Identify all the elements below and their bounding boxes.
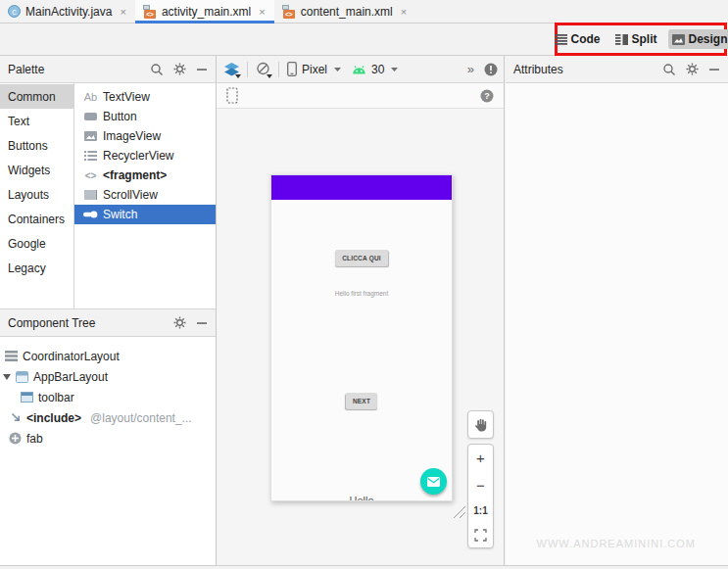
zoom-to-fit-icon[interactable] bbox=[474, 529, 487, 542]
status-strip bbox=[0, 565, 728, 569]
palette-title: Palette bbox=[8, 63, 44, 76]
split-mode-label: Split bbox=[632, 32, 657, 46]
imageview-icon bbox=[83, 131, 98, 141]
fragment-icon: <> bbox=[83, 170, 98, 181]
minimize-icon[interactable] bbox=[708, 64, 720, 75]
design-icon bbox=[672, 34, 685, 45]
tree-item-appbarlayout[interactable]: AppBarLayout bbox=[0, 366, 216, 387]
palette-item-textview[interactable]: Ab TextView bbox=[74, 87, 216, 107]
attributes-title: Attributes bbox=[513, 63, 563, 76]
zoom-out-button[interactable]: − bbox=[476, 478, 485, 493]
search-icon[interactable] bbox=[150, 63, 164, 76]
mode-annotation-red-box: Code Split Design bbox=[555, 23, 727, 56]
code-mode-button[interactable]: Code bbox=[551, 29, 605, 49]
palette-item-imageview[interactable]: ImageView bbox=[74, 126, 216, 146]
chevron-down-icon bbox=[391, 68, 398, 71]
category-legacy[interactable]: Legacy bbox=[0, 256, 73, 280]
design-surface-toolbar: Pixel 30 » bbox=[217, 56, 504, 83]
item-label: Switch bbox=[103, 208, 137, 221]
design-surface: Pixel 30 » ? CLICCA QUI Hello first frag… bbox=[217, 56, 505, 565]
include-layout-annotation: @layout/content_... bbox=[90, 411, 192, 425]
search-icon[interactable] bbox=[662, 63, 676, 76]
layout-preview[interactable]: CLICCA QUI Hello first fragment NEXT Hel… bbox=[270, 174, 453, 501]
category-common[interactable]: Common bbox=[0, 84, 73, 109]
split-icon bbox=[615, 34, 628, 45]
device-frame-icon[interactable] bbox=[226, 87, 238, 104]
close-icon[interactable]: × bbox=[120, 6, 125, 18]
include-icon bbox=[11, 412, 22, 423]
expand-arrow-icon[interactable] bbox=[3, 374, 11, 380]
item-label: Button bbox=[103, 110, 137, 123]
minimize-icon[interactable] bbox=[196, 317, 208, 329]
design-surface-subtoolbar: ? bbox=[217, 83, 504, 109]
tree-item-coordinatorlayout[interactable]: CoordinatorLayout bbox=[0, 346, 216, 366]
tab-activity-main[interactable]: <> activity_main.xml × bbox=[135, 0, 274, 23]
palette-categories: Common Text Buttons Widgets Layouts Cont… bbox=[0, 83, 74, 308]
preview-next-button[interactable]: NEXT bbox=[346, 393, 377, 409]
preview-clipped-text[interactable]: Hello bbox=[271, 495, 452, 501]
resize-handle[interactable] bbox=[452, 504, 467, 520]
preview-fab[interactable] bbox=[420, 468, 447, 495]
category-widgets[interactable]: Widgets bbox=[0, 158, 73, 182]
pan-tool-button[interactable] bbox=[467, 410, 494, 439]
category-text[interactable]: Text bbox=[0, 109, 73, 133]
xml-file-icon: <> bbox=[143, 5, 157, 19]
zoom-actual-size-button[interactable]: 1:1 bbox=[473, 505, 487, 516]
button-icon bbox=[83, 113, 98, 120]
gear-icon[interactable] bbox=[173, 63, 186, 75]
palette-body: Common Text Buttons Widgets Layouts Cont… bbox=[0, 83, 216, 309]
design-mode-button[interactable]: Design bbox=[668, 29, 728, 49]
tree-label: toolbar bbox=[38, 391, 74, 404]
tab-content-main[interactable]: <> content_main.xml × bbox=[274, 0, 415, 23]
orientation-icon[interactable] bbox=[256, 62, 270, 76]
palette-items: Ab TextView Button ImageView RecyclerVi bbox=[74, 83, 216, 308]
textview-icon: Ab bbox=[83, 91, 98, 103]
preview-appbar[interactable] bbox=[271, 175, 452, 200]
item-label: <fragment> bbox=[103, 168, 167, 182]
minimize-icon[interactable] bbox=[196, 64, 208, 75]
tab-label: MainActivity.java bbox=[25, 5, 112, 19]
device-phone-icon bbox=[287, 62, 297, 76]
warnings-icon[interactable] bbox=[484, 63, 498, 76]
category-layouts[interactable]: Layouts bbox=[0, 182, 73, 207]
component-tree-header: Component Tree bbox=[0, 309, 216, 337]
palette-header: Palette bbox=[0, 56, 216, 83]
gear-icon[interactable] bbox=[173, 316, 186, 329]
tree-item-include[interactable]: <include> @layout/content_... bbox=[0, 407, 216, 428]
tree-item-fab[interactable]: fab bbox=[0, 428, 216, 449]
tab-label: content_main.xml bbox=[301, 5, 393, 19]
tree-label: AppBarLayout bbox=[33, 370, 108, 384]
watermark-text: WWW.ANDREAMININI.COM bbox=[537, 538, 696, 549]
toolbar-icon bbox=[21, 392, 33, 403]
item-label: ImageView bbox=[103, 129, 161, 143]
toolbar-overflow-chevrons[interactable]: » bbox=[467, 62, 474, 76]
gear-icon[interactable] bbox=[686, 63, 699, 75]
tab-mainactivity[interactable]: c MainActivity.java × bbox=[0, 0, 135, 23]
category-buttons[interactable]: Buttons bbox=[0, 133, 73, 158]
tab-label: activity_main.xml bbox=[162, 5, 251, 19]
api-level-selector[interactable]: 30 bbox=[371, 63, 384, 76]
palette-item-button[interactable]: Button bbox=[74, 107, 216, 126]
preview-fragment-text[interactable]: Hello first fragment bbox=[271, 290, 452, 297]
layers-icon[interactable] bbox=[224, 63, 239, 76]
chevron-down-icon bbox=[334, 68, 341, 71]
palette-item-fragment[interactable]: <> <fragment> bbox=[74, 166, 216, 185]
recyclerview-icon bbox=[83, 151, 98, 161]
preview-clicca-button[interactable]: CLICCA QUI bbox=[335, 250, 388, 266]
palette-item-recyclerview[interactable]: RecyclerView bbox=[74, 146, 216, 166]
palette-item-scrollview[interactable]: ScrollView bbox=[74, 185, 216, 205]
help-icon[interactable]: ? bbox=[480, 89, 494, 103]
xml-file-icon: <> bbox=[282, 5, 296, 19]
category-google[interactable]: Google bbox=[0, 231, 73, 256]
close-icon[interactable]: × bbox=[401, 6, 407, 18]
split-mode-button[interactable]: Split bbox=[611, 29, 661, 49]
close-icon[interactable]: × bbox=[259, 6, 265, 18]
email-icon bbox=[427, 477, 440, 487]
zoom-in-button[interactable]: + bbox=[476, 450, 485, 465]
palette-item-switch[interactable]: Switch bbox=[74, 205, 216, 224]
attributes-header: Attributes bbox=[506, 56, 728, 83]
svg-text:?: ? bbox=[484, 91, 490, 101]
tree-item-toolbar[interactable]: toolbar bbox=[0, 387, 216, 407]
category-containers[interactable]: Containers bbox=[0, 207, 73, 231]
device-selector[interactable]: Pixel bbox=[302, 63, 327, 76]
